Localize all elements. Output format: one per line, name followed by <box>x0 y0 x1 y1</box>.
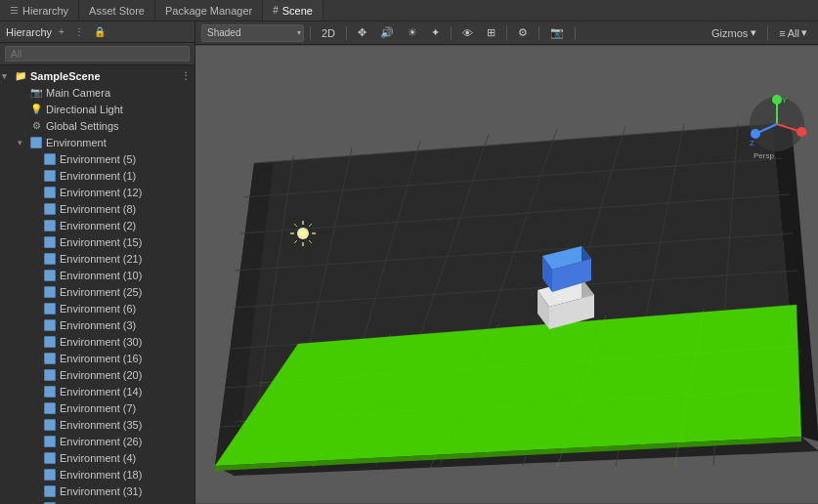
tab-asset-store[interactable]: Asset Store <box>79 0 155 21</box>
scene-options[interactable]: ⋮ <box>177 70 194 81</box>
tree-item-env-19[interactable]: Environment (18) <box>0 466 194 483</box>
tree-item-env-2[interactable]: Environment (12) <box>0 184 194 200</box>
tree-item-env-21[interactable]: Environment (22) <box>0 499 194 504</box>
env-child-icon-1 <box>43 169 57 183</box>
tree-item-env-5[interactable]: Environment (15) <box>0 233 194 250</box>
tab-package-manager[interactable]: Package Manager <box>155 0 263 21</box>
env-child-icon-10 <box>43 318 57 332</box>
scene-view: Shaded Wireframe Shaded Wireframe 2D ✥ 🔊… <box>195 21 818 504</box>
audio-button[interactable]: 🔊 <box>375 24 399 41</box>
env-child-icon-15 <box>43 401 57 415</box>
toolbar-sep-4 <box>506 26 507 40</box>
hierarchy-panel-title: Hierarchy <box>6 26 52 38</box>
move-tool-button[interactable]: ✥ <box>353 24 371 41</box>
hierarchy-tab-label: Hierarchy <box>22 5 68 17</box>
scene-tab-label: Scene <box>282 5 313 17</box>
env-child-label-18: Environment (4) <box>60 452 194 464</box>
env-child-label-16: Environment (35) <box>60 419 194 431</box>
env-child-label-17: Environment (26) <box>60 436 194 447</box>
hierarchy-add-button[interactable]: + <box>56 25 67 38</box>
shading-mode-select[interactable]: Shaded Wireframe Shaded Wireframe <box>201 24 304 42</box>
camera-icon: 📷 <box>29 86 43 100</box>
all-layers-label: All <box>788 27 799 39</box>
env-child-label-6: Environment (21) <box>60 253 194 265</box>
tree-item-samplescene[interactable]: ▾ 📁 SampleScene ⋮ <box>0 67 194 84</box>
tree-item-env-4[interactable]: Environment (2) <box>0 217 194 233</box>
tree-item-env-12[interactable]: Environment (16) <box>0 350 194 366</box>
env-child-icon-7 <box>43 269 57 282</box>
settings-button[interactable]: ⚙ <box>513 24 533 41</box>
svg-point-40 <box>300 231 306 236</box>
gizmos-label: Gizmos <box>711 27 748 39</box>
main-camera-label: Main Camera <box>46 87 194 99</box>
env-arrow: ▾ <box>18 138 29 147</box>
hierarchy-menu-button[interactable]: ⋮ <box>71 25 87 38</box>
tab-hierarchy[interactable]: ☰ Hierarchy <box>0 0 79 21</box>
scene-label-text: SampleScene <box>30 70 177 82</box>
env-child-icon-19 <box>43 468 57 482</box>
lighting-button[interactable]: ☀ <box>403 24 422 41</box>
env-child-icon-4 <box>43 219 57 232</box>
tree-item-env-14[interactable]: Environment (14) <box>0 383 194 399</box>
hierarchy-search-input[interactable] <box>5 46 190 62</box>
hierarchy-panel: Hierarchy + ⋮ 🔒 ▾ 📁 SampleScene ⋮ 📷 Main… <box>0 21 195 504</box>
env-child-icon-6 <box>43 252 57 266</box>
tree-item-global-settings[interactable]: ⚙ Global Settings <box>0 117 194 134</box>
env-child-icon-8 <box>43 285 57 299</box>
tree-item-env-20[interactable]: Environment (31) <box>0 483 194 499</box>
tree-item-env-8[interactable]: Environment (25) <box>0 283 194 300</box>
shading-mode-select-wrap[interactable]: Shaded Wireframe Shaded Wireframe <box>201 24 304 42</box>
env-child-icon-0 <box>43 152 57 166</box>
tree-item-env-10[interactable]: Environment (3) <box>0 316 194 333</box>
tree-item-directional-light[interactable]: 💡 Directional Light <box>0 101 194 117</box>
env-child-icon-3 <box>43 202 57 216</box>
env-child-label-3: Environment (8) <box>60 203 194 215</box>
env-child-icon-20 <box>43 484 57 498</box>
env-child-icon-13 <box>43 368 57 382</box>
fx-button[interactable]: ✦ <box>426 24 445 41</box>
environment-label: Environment <box>46 137 194 148</box>
global-icon: ⚙ <box>29 119 43 133</box>
tree-item-env-17[interactable]: Environment (26) <box>0 433 194 449</box>
env-child-label-13: Environment (20) <box>60 369 194 381</box>
grid-button[interactable]: ⊞ <box>482 24 500 41</box>
gizmos-button[interactable]: Gizmos ▾ <box>707 24 761 41</box>
env-child-label-4: Environment (2) <box>60 220 194 231</box>
env-child-label-19: Environment (18) <box>60 469 194 481</box>
env-child-icon-11 <box>43 335 57 349</box>
env-child-icon-21 <box>43 501 57 505</box>
2d-mode-button[interactable]: 2D <box>317 25 340 41</box>
all-layers-arrow: ▾ <box>801 26 807 39</box>
all-layers-button[interactable]: ≡ All ▾ <box>774 24 812 41</box>
tree-item-env-1[interactable]: Environment (1) <box>0 167 194 184</box>
env-child-icon-16 <box>43 418 57 432</box>
env-child-icon-14 <box>43 385 57 399</box>
tree-item-env-18[interactable]: Environment (4) <box>0 449 194 466</box>
tree-item-env-13[interactable]: Environment (20) <box>0 366 194 383</box>
tree-item-env-3[interactable]: Environment (8) <box>0 200 194 217</box>
svg-text:Z: Z <box>750 139 754 147</box>
hidden-meshes-button[interactable]: 👁 <box>457 25 478 41</box>
camera-settings-button[interactable]: 📷 <box>545 24 569 41</box>
svg-text:Persp: Persp <box>753 151 774 160</box>
env-child-label-15: Environment (7) <box>60 402 194 414</box>
tree-item-env-11[interactable]: Environment (30) <box>0 333 194 350</box>
tree-item-main-camera[interactable]: 📷 Main Camera <box>0 84 194 101</box>
tree-item-env-16[interactable]: Environment (35) <box>0 416 194 433</box>
env-child-icon-9 <box>43 302 57 315</box>
hierarchy-lock-button[interactable]: 🔒 <box>91 25 108 38</box>
env-child-label-8: Environment (25) <box>60 286 194 298</box>
env-child-label-0: Environment (5) <box>60 153 194 165</box>
toolbar-sep-2 <box>346 26 347 40</box>
top-tab-bar: ☰ Hierarchy Asset Store Package Manager … <box>0 0 818 21</box>
env-child-label-9: Environment (6) <box>60 303 194 315</box>
tab-scene[interactable]: # Scene <box>263 0 323 21</box>
tree-item-env-7[interactable]: Environment (10) <box>0 267 194 283</box>
tree-item-env-9[interactable]: Environment (6) <box>0 300 194 316</box>
tree-item-env-15[interactable]: Environment (7) <box>0 399 194 416</box>
tree-item-env-0[interactable]: Environment (5) <box>0 150 194 167</box>
env-child-icon-2 <box>43 186 57 199</box>
tree-item-environment[interactable]: ▾ Environment <box>0 134 194 150</box>
svg-text:X: X <box>802 129 808 138</box>
tree-item-env-6[interactable]: Environment (21) <box>0 250 194 267</box>
